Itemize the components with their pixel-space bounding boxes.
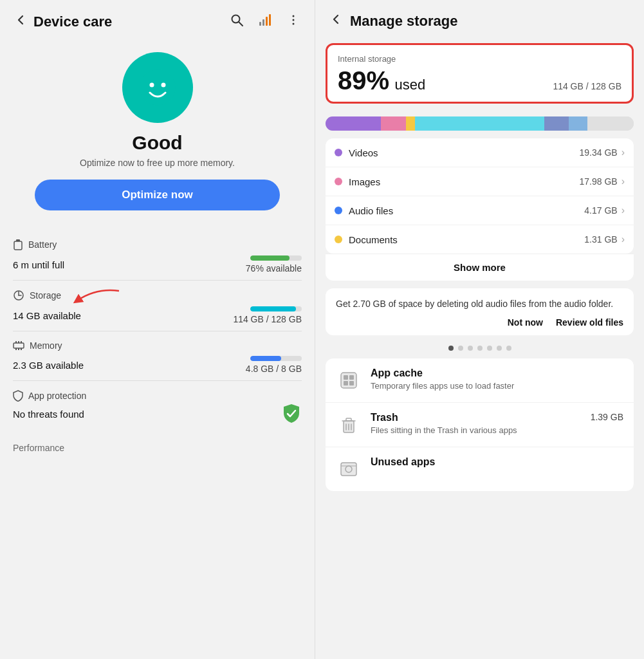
storage-percent-row: 89% used 114 GB / 128 GB <box>338 66 621 95</box>
svg-rect-27 <box>349 381 354 385</box>
app-protection-stat: App protection No threats found <box>13 381 302 430</box>
storage-available: 114 GB / 128 GB <box>233 314 302 324</box>
storage-progress <box>250 306 302 311</box>
svg-rect-20 <box>15 348 17 350</box>
storage-item-images[interactable]: Images 17.98 GB › <box>326 167 634 196</box>
back-button[interactable] <box>13 12 28 31</box>
dot-1 <box>448 346 454 351</box>
storage-items-list: Videos 19.34 GB › Images 17.98 GB › Audi… <box>326 138 634 254</box>
app-protection-values: No threats found <box>13 403 302 423</box>
app-protection-main: No threats found <box>13 405 84 422</box>
hero-section: Good Optimize now to free up more memory… <box>0 39 315 223</box>
videos-size: 19.34 GB <box>580 147 618 158</box>
left-panel: Device care <box>0 0 315 659</box>
memory-label: Memory <box>30 340 62 351</box>
dot-5 <box>487 346 492 351</box>
svg-rect-25 <box>344 381 348 385</box>
storage-item-videos[interactable]: Videos 19.34 GB › <box>326 138 634 167</box>
videos-chevron: › <box>621 147 625 158</box>
storage-unit: available <box>41 310 81 321</box>
storage-percent: 89% <box>338 66 389 95</box>
unused-apps-content: Unused apps <box>371 456 623 470</box>
storage-values: 14 GB available 114 GB / 128 GB <box>13 302 302 324</box>
suggestion-actions: Not now Review old files <box>336 317 623 328</box>
unused-apps-item[interactable]: Unused apps <box>326 447 634 491</box>
more-button[interactable] <box>285 12 302 32</box>
bar-misc1 <box>544 116 569 131</box>
app-protection-label: App protection <box>28 391 86 401</box>
svg-point-11 <box>161 83 165 88</box>
storage-summary-label: Internal storage <box>338 54 621 64</box>
show-more-button[interactable]: Show more <box>454 262 506 273</box>
search-button[interactable] <box>228 12 245 32</box>
svg-rect-16 <box>14 343 24 348</box>
storage-label: Storage <box>30 290 61 301</box>
trash-desc: Files sitting in the Trash in various ap… <box>371 425 582 435</box>
trash-content: Trash Files sitting in the Trash in vari… <box>371 412 582 435</box>
dot-2 <box>458 346 463 351</box>
storage-bar <box>250 306 296 311</box>
left-title: Device care <box>33 14 112 30</box>
svg-rect-12 <box>14 241 22 250</box>
signal-icon[interactable] <box>257 12 273 32</box>
right-header: Manage storage <box>315 0 644 38</box>
audio-label: Audio files <box>349 205 393 216</box>
dots-indicator <box>315 346 644 351</box>
dot-7 <box>506 346 511 351</box>
videos-right: 19.34 GB › <box>580 147 625 158</box>
memory-available: 4.8 GB / 8 GB <box>246 364 302 374</box>
memory-main: 2.3 GB available <box>13 353 84 373</box>
no-threats-text: No threats found <box>13 409 84 420</box>
images-right: 17.98 GB › <box>580 176 625 187</box>
battery-available: 76% available <box>246 263 302 274</box>
storage-right: 114 GB / 128 GB <box>233 302 302 324</box>
battery-label-row: Battery <box>13 239 302 250</box>
storage-main-value: 14 GB <box>13 310 41 321</box>
checkmark-shield-icon <box>281 403 302 423</box>
audio-size: 4.17 GB <box>584 205 617 216</box>
docs-chevron: › <box>621 234 625 245</box>
svg-point-6 <box>293 15 295 17</box>
unused-apps-icon <box>336 456 362 482</box>
shield-icon <box>13 390 23 402</box>
app-cache-item[interactable]: App cache Temporary files apps use to lo… <box>326 358 634 403</box>
svg-rect-21 <box>18 348 19 350</box>
right-title: Manage storage <box>350 13 458 30</box>
trash-item[interactable]: Trash Files sitting in the Trash in vari… <box>326 403 634 447</box>
suggestion-text: Get 2.70 GB of space by deleting old aud… <box>336 297 623 311</box>
svg-point-9 <box>140 70 176 106</box>
optimize-now-button[interactable]: Optimize now <box>35 180 281 210</box>
battery-icon <box>13 239 23 250</box>
svg-rect-26 <box>349 375 354 380</box>
storage-item-audio[interactable]: Audio files 4.17 GB › <box>326 196 634 225</box>
memory-stat: Memory 2.3 GB available 4.8 GB / 8 GB <box>13 331 302 381</box>
trash-size: 1.39 GB <box>591 412 623 422</box>
memory-values: 2.3 GB available 4.8 GB / 8 GB <box>13 352 302 374</box>
svg-rect-4 <box>266 17 268 26</box>
right-back-button[interactable] <box>328 12 344 30</box>
storage-used-label: used <box>395 77 426 93</box>
docs-label: Documents <box>349 234 398 245</box>
header-left: Device care <box>13 12 112 31</box>
storage-item-documents[interactable]: Documents 1.31 GB › <box>326 225 634 254</box>
svg-point-8 <box>293 23 295 25</box>
images-size: 17.98 GB <box>580 176 618 187</box>
not-now-button[interactable]: Not now <box>508 317 543 328</box>
svg-point-10 <box>149 83 154 88</box>
svg-line-1 <box>239 22 243 26</box>
trash-icon <box>336 412 362 438</box>
audio-left: Audio files <box>335 205 393 216</box>
memory-bar <box>250 356 281 361</box>
docs-right: 1.31 GB › <box>584 234 625 245</box>
app-cache-title: App cache <box>371 367 623 379</box>
bar-audio <box>415 116 544 131</box>
bar-free <box>587 116 634 131</box>
show-more-container: Show more <box>326 254 634 281</box>
svg-rect-23 <box>341 373 356 388</box>
storage-summary-box: Internal storage 89% used 114 GB / 128 G… <box>326 43 634 104</box>
storage-icon <box>13 290 24 301</box>
battery-bar <box>250 255 290 261</box>
battery-main-value: 6 m <box>13 259 29 270</box>
dot-3 <box>468 346 473 351</box>
review-old-files-button[interactable]: Review old files <box>556 317 623 328</box>
